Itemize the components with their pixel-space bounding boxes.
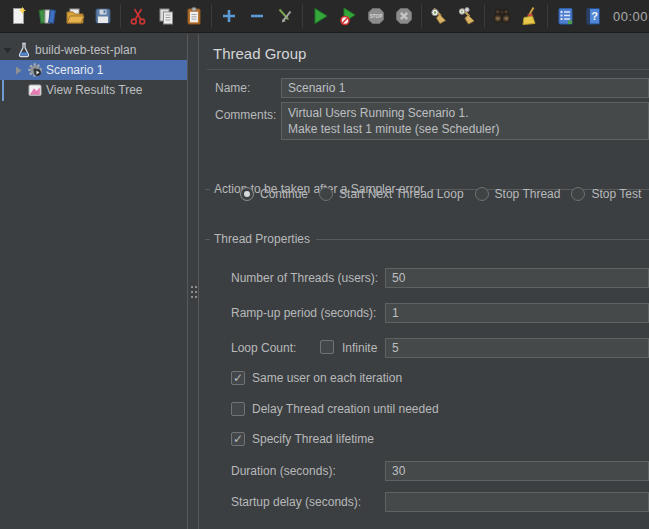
cut-scissors-icon — [128, 6, 148, 26]
comments-line: Make test last 1 minute (see Scheduler) — [288, 121, 642, 137]
clear-button[interactable] — [425, 2, 453, 30]
toolbar-separator — [302, 4, 303, 28]
start-button[interactable] — [306, 2, 334, 30]
same-user-checkbox[interactable] — [231, 371, 245, 385]
radio-icon[interactable] — [571, 187, 585, 201]
toolbar-separator — [421, 4, 422, 28]
delay-thread-creation-checkbox[interactable] — [231, 402, 245, 416]
radio-icon[interactable] — [319, 187, 333, 201]
start-play-icon — [310, 6, 330, 26]
specify-lifetime-row[interactable]: Specify Thread lifetime — [231, 431, 374, 447]
infinite-checkbox[interactable] — [320, 340, 334, 354]
comments-label: Comments: — [215, 108, 276, 122]
plus-button[interactable] — [215, 2, 243, 30]
toggle-button[interactable] — [271, 2, 299, 30]
loop-count-row: Loop Count: Infinite — [199, 338, 649, 358]
num-threads-row: Number of Threads (users): — [199, 268, 649, 288]
jmeter-window: { "toolbar": { "timer": "00:00:00", "sto… — [0, 0, 649, 529]
specify-lifetime-checkbox[interactable] — [231, 432, 245, 446]
thread-properties-title: Thread Properties — [214, 232, 310, 246]
fieldset-line — [316, 239, 649, 240]
clear-broom-icon — [429, 6, 449, 26]
radio-start-next-thread-loop[interactable]: Start Next Thread Loop — [319, 187, 464, 201]
search-reset-broom-icon — [520, 6, 540, 26]
new-file-icon — [9, 6, 29, 26]
thread-group-gear-icon — [27, 62, 43, 78]
duration-input[interactable] — [385, 461, 649, 481]
open-file-button[interactable] — [61, 2, 89, 30]
comments-row: Comments: Virtual Users Running Scenario… — [199, 102, 649, 140]
tree-item-label: View Results Tree — [46, 83, 143, 97]
clear-all-broom-icon — [457, 6, 477, 26]
radio-stop-test[interactable]: Stop Test — [571, 187, 641, 201]
help-button[interactable]: ? — [579, 2, 607, 30]
save-icon — [93, 6, 113, 26]
tree-item-test-plan[interactable]: build-web-test-plan — [0, 40, 187, 60]
loop-count-input[interactable] — [385, 338, 649, 358]
toolbar-separator — [484, 4, 485, 28]
copy-button[interactable] — [152, 2, 180, 30]
toolbar: STOP — [0, 0, 649, 33]
save-button[interactable] — [89, 2, 117, 30]
toolbar-separator — [211, 4, 212, 28]
same-user-row[interactable]: Same user on each iteration — [231, 370, 402, 386]
search-button[interactable] — [488, 2, 516, 30]
test-plan-flask-icon — [16, 42, 32, 58]
panel-splitter[interactable] — [187, 34, 199, 529]
ramp-up-row: Ramp-up period (seconds): — [199, 303, 649, 323]
splitter-grip-icon[interactable] — [191, 286, 193, 288]
name-input[interactable] — [281, 78, 649, 98]
function-helper-list-icon — [555, 6, 575, 26]
num-threads-label: Number of Threads (users): — [231, 271, 378, 285]
search-binoculars-icon — [492, 6, 512, 26]
radio-label: Stop Thread — [495, 187, 561, 201]
startup-delay-label: Startup delay (seconds): — [231, 495, 361, 509]
chevron-down-icon[interactable] — [3, 46, 12, 55]
search-reset-button[interactable] — [516, 2, 544, 30]
tree-item-view-results-tree[interactable]: View Results Tree — [0, 80, 187, 100]
shutdown-x-icon — [394, 6, 414, 26]
clear-all-button[interactable] — [453, 2, 481, 30]
page-title: Thread Group — [213, 45, 306, 62]
stop-icon: STOP — [366, 6, 386, 26]
title-separator — [207, 69, 649, 70]
radio-label: Start Next Thread Loop — [339, 187, 464, 201]
thread-group-panel: Thread Group Name: Comments: Virtual Use… — [199, 34, 649, 529]
ramp-up-label: Ramp-up period (seconds): — [231, 306, 376, 320]
duration-row: Duration (seconds): — [199, 461, 649, 481]
cut-button[interactable] — [124, 2, 152, 30]
ramp-up-input[interactable] — [385, 303, 649, 323]
startup-delay-input[interactable] — [385, 492, 649, 512]
comments-input[interactable]: Virtual Users Running Scenario 1. Make t… — [281, 102, 649, 140]
radio-icon[interactable] — [475, 187, 489, 201]
num-threads-input[interactable] — [385, 268, 649, 288]
thread-properties-fieldset-header: Thread Properties — [205, 232, 649, 246]
svg-text:?: ? — [591, 10, 598, 22]
minus-button[interactable] — [243, 2, 271, 30]
minus-icon — [247, 6, 267, 26]
paste-clipboard-icon — [184, 6, 204, 26]
stop-button[interactable]: STOP — [362, 2, 390, 30]
delay-thread-creation-row[interactable]: Delay Thread creation until needed — [231, 401, 439, 417]
radio-stop-thread[interactable]: Stop Thread — [475, 187, 561, 201]
templates-button[interactable] — [33, 2, 61, 30]
comments-line: Virtual Users Running Scenario 1. — [288, 105, 642, 121]
tree-item-scenario-1[interactable]: Scenario 1 — [0, 60, 187, 80]
new-file-button[interactable] — [5, 2, 33, 30]
infinite-label: Infinite — [342, 341, 377, 355]
svg-text:STOP: STOP — [370, 14, 382, 19]
toggle-arrows-icon — [275, 6, 295, 26]
startup-delay-row: Startup delay (seconds): — [199, 492, 649, 512]
start-no-pauses-icon — [338, 6, 358, 26]
same-user-label: Same user on each iteration — [252, 371, 402, 385]
help-book-icon: ? — [583, 6, 603, 26]
function-helper-button[interactable] — [551, 2, 579, 30]
templates-icon — [37, 6, 57, 26]
radio-icon[interactable] — [240, 187, 254, 201]
delay-thread-creation-label: Delay Thread creation until needed — [252, 402, 439, 416]
shutdown-button[interactable] — [390, 2, 418, 30]
start-no-pauses-button[interactable] — [334, 2, 362, 30]
paste-button[interactable] — [180, 2, 208, 30]
chevron-right-icon[interactable] — [14, 66, 23, 75]
radio-continue[interactable]: Continue — [240, 187, 308, 201]
